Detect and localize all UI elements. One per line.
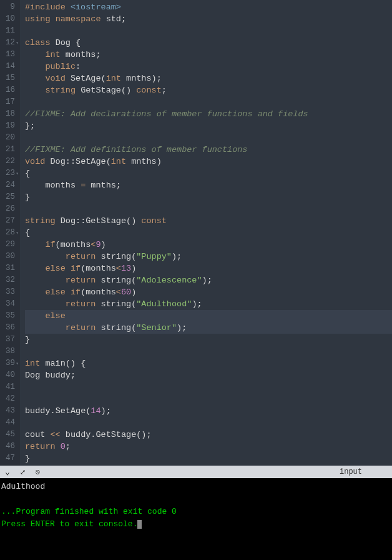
line-number: 28 bbox=[2, 227, 15, 239]
code-row[interactable]: return string("Senior"); bbox=[25, 322, 392, 334]
console-output[interactable]: Adulthood ...Program finished with exit … bbox=[0, 478, 392, 560]
code-row[interactable]: buddy.SetAge(14); bbox=[25, 405, 392, 417]
code-row[interactable] bbox=[25, 203, 392, 215]
line-number: 43 bbox=[2, 405, 15, 417]
line-number: 45 bbox=[2, 429, 15, 441]
line-number: 9 bbox=[2, 1, 15, 13]
line-number: 39 bbox=[2, 358, 15, 369]
code-row[interactable]: #include <iostream> bbox=[25, 1, 392, 13]
chevron-down-icon[interactable]: ⌄ bbox=[5, 467, 10, 477]
line-number: 47 bbox=[2, 452, 15, 464]
expand-icon[interactable]: ⤢ bbox=[20, 468, 26, 476]
line-number: 40 bbox=[2, 369, 15, 381]
code-row[interactable]: months = mnths; bbox=[25, 179, 392, 191]
input-label: input bbox=[340, 468, 387, 476]
code-row[interactable]: else bbox=[25, 310, 392, 322]
line-number: 27 bbox=[2, 215, 15, 227]
line-number-gutter: 9101112131415161718192021222324252627282… bbox=[0, 0, 20, 466]
line-number: 17 bbox=[2, 96, 15, 108]
line-number: 30 bbox=[2, 251, 15, 262]
code-row[interactable] bbox=[25, 25, 392, 37]
line-number: 37 bbox=[2, 334, 15, 346]
line-number: 14 bbox=[2, 61, 15, 72]
line-number: 31 bbox=[2, 262, 15, 274]
line-number: 23 bbox=[2, 168, 15, 179]
line-number: 29 bbox=[2, 239, 15, 251]
code-row[interactable]: int main() { bbox=[25, 358, 392, 369]
code-row[interactable] bbox=[25, 346, 392, 358]
code-row[interactable]: return string("Puppy"); bbox=[25, 251, 392, 262]
console-cursor bbox=[137, 520, 142, 529]
line-number: 24 bbox=[2, 179, 15, 191]
code-row[interactable]: } bbox=[25, 452, 392, 464]
line-number: 35 bbox=[2, 310, 15, 322]
line-number: 44 bbox=[2, 417, 15, 429]
line-number: 21 bbox=[2, 144, 15, 156]
line-number: 38 bbox=[2, 346, 15, 358]
code-row[interactable]: string Dog::GetStage() const bbox=[25, 215, 392, 227]
line-number: 34 bbox=[2, 298, 15, 310]
line-number: 16 bbox=[2, 84, 15, 96]
code-row[interactable]: } bbox=[25, 334, 392, 346]
code-row[interactable]: //FIXME: Add definitions of member funct… bbox=[25, 144, 392, 156]
code-row[interactable] bbox=[25, 381, 392, 393]
code-row[interactable]: { bbox=[25, 168, 392, 179]
line-number: 25 bbox=[2, 191, 15, 203]
code-row[interactable]: void Dog::SetAge(int mnths) bbox=[25, 156, 392, 168]
code-row[interactable]: return 0; bbox=[25, 441, 392, 452]
code-row[interactable]: }; bbox=[25, 120, 392, 132]
console-line: Press ENTER to exit console. bbox=[1, 519, 137, 529]
code-row[interactable]: using namespace std; bbox=[25, 13, 392, 25]
code-row[interactable]: class Dog { bbox=[25, 37, 392, 49]
line-number: 13 bbox=[2, 49, 15, 61]
line-number: 41 bbox=[2, 381, 15, 393]
code-row[interactable]: public: bbox=[25, 61, 392, 72]
line-number: 32 bbox=[2, 274, 15, 286]
code-row[interactable]: else if(months<60) bbox=[25, 286, 392, 298]
share-icon[interactable]: ⎋ bbox=[36, 468, 40, 477]
line-number: 20 bbox=[2, 132, 15, 144]
line-number: 12 bbox=[2, 37, 15, 49]
line-number: 33 bbox=[2, 286, 15, 298]
line-number: 26 bbox=[2, 203, 15, 215]
line-number: 10 bbox=[2, 13, 15, 25]
line-number: 19 bbox=[2, 120, 15, 132]
console-line: Adulthood bbox=[1, 482, 45, 491]
line-number: 42 bbox=[2, 393, 15, 405]
code-row[interactable] bbox=[25, 393, 392, 405]
code-row[interactable]: return string("Adolescence"); bbox=[25, 274, 392, 286]
code-row[interactable]: else if(months<13) bbox=[25, 262, 392, 274]
code-row[interactable]: void SetAge(int mnths); bbox=[25, 72, 392, 84]
code-row[interactable]: cout << buddy.GetStage(); bbox=[25, 429, 392, 441]
code-row[interactable]: string GetStage() const; bbox=[25, 84, 392, 96]
code-row[interactable]: if(months<9) bbox=[25, 239, 392, 251]
code-area[interactable]: #include <iostream>using namespace std;c… bbox=[20, 0, 392, 466]
code-editor[interactable]: 9101112131415161718192021222324252627282… bbox=[0, 0, 392, 466]
line-number: 18 bbox=[2, 108, 15, 120]
code-row[interactable]: Dog buddy; bbox=[25, 369, 392, 381]
code-row[interactable] bbox=[25, 96, 392, 108]
code-row[interactable]: } bbox=[25, 191, 392, 203]
code-row[interactable]: { bbox=[25, 227, 392, 239]
code-row[interactable] bbox=[25, 132, 392, 144]
line-number: 46 bbox=[2, 441, 15, 452]
line-number: 15 bbox=[2, 72, 15, 84]
code-row[interactable]: int months; bbox=[25, 49, 392, 61]
code-row[interactable]: //FIXME: Add declarations of member func… bbox=[25, 108, 392, 120]
code-row[interactable] bbox=[25, 417, 392, 429]
console-line: ...Program finished with exit code 0 bbox=[1, 507, 177, 516]
console-toolbar: ⌄ ⤢ ⎋ input bbox=[0, 466, 392, 478]
code-row[interactable]: return string("Adulthood"); bbox=[25, 298, 392, 310]
line-number: 11 bbox=[2, 25, 15, 37]
line-number: 22 bbox=[2, 156, 15, 168]
line-number: 36 bbox=[2, 322, 15, 334]
